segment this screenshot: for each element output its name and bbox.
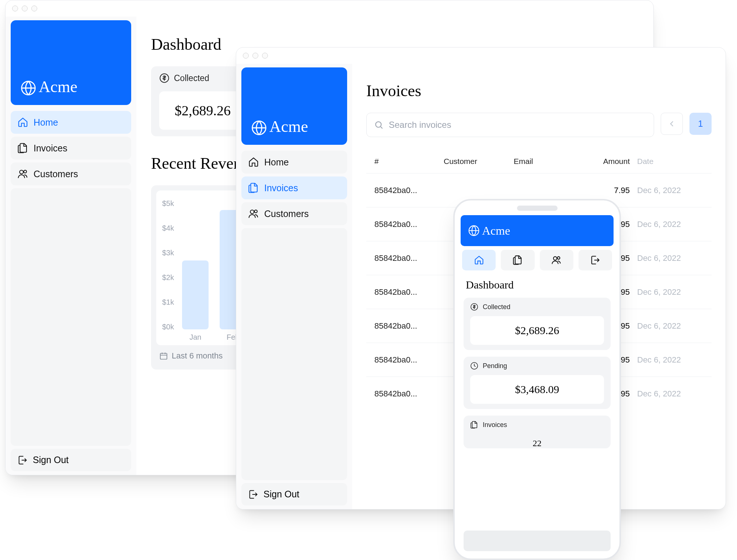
cell-id: 85842ba0... — [366, 321, 444, 331]
tab-signout[interactable] — [579, 250, 612, 270]
logout-icon — [248, 489, 258, 500]
invoices-label: Invoices — [483, 421, 507, 429]
cell-id: 85842ba0... — [366, 287, 444, 297]
th-id: # — [366, 150, 444, 173]
mobile-tabbar — [458, 250, 616, 270]
nav-invoices[interactable]: Invoices — [241, 176, 347, 199]
chart-bar: Jan — [182, 260, 209, 342]
clock-icon — [470, 362, 478, 370]
cell-id: 85842ba0... — [366, 389, 444, 399]
cell-date: Dec 6, 2022 — [637, 355, 700, 365]
collected-label: Collected — [483, 303, 510, 311]
dollar-icon — [159, 73, 170, 83]
pending-card: Pending $3,468.09 — [464, 357, 611, 409]
signout-label: Sign Out — [33, 455, 69, 465]
brand-logo[interactable]: Acme — [461, 215, 614, 246]
search-input[interactable]: Search invoices — [366, 113, 654, 137]
signout-label: Sign Out — [263, 489, 299, 500]
tab-customers[interactable] — [540, 250, 573, 270]
nav-customers-label: Customers — [34, 169, 78, 179]
signout-button[interactable]: Sign Out — [11, 449, 131, 471]
window-controls[interactable] — [236, 48, 726, 64]
cell-id: 85842ba0... — [366, 355, 444, 365]
document-icon — [248, 182, 259, 193]
cell-date: Dec 6, 2022 — [637, 321, 700, 331]
brand-name: Acme — [482, 224, 510, 238]
th-customer: Customer — [444, 150, 514, 173]
cell-date: Dec 6, 2022 — [637, 220, 700, 229]
tab-invoices[interactable] — [501, 250, 534, 270]
users-icon — [551, 255, 562, 265]
globe-icon — [251, 120, 267, 136]
home-icon — [17, 117, 28, 128]
pagination-prev[interactable] — [661, 113, 683, 135]
pagination-current[interactable]: 1 — [689, 113, 712, 135]
table-header: # Customer Email Amount Date — [366, 150, 712, 173]
home-icon — [474, 255, 484, 265]
document-icon — [17, 143, 28, 154]
cell-id: 85842ba0... — [366, 220, 444, 229]
sidebar: Acme Home Invoices Customers Sign Out — [236, 64, 352, 509]
brand-logo[interactable]: Acme — [241, 67, 347, 145]
collected-value: $2,689.26 — [159, 91, 246, 130]
collected-value: $2,689.26 — [470, 316, 604, 345]
chart-y-ticks: $5k$4k$3k$2k$1k$0k — [158, 198, 179, 342]
cell-amount: 7.95 — [576, 186, 637, 195]
pending-label: Pending — [483, 362, 507, 370]
window-controls[interactable] — [6, 0, 653, 17]
chevron-left-icon — [667, 119, 677, 129]
brand-name: Acme — [39, 77, 77, 96]
pagination-current-label: 1 — [698, 119, 703, 129]
cell-id: 85842ba0... — [366, 186, 444, 195]
nav-home-label: Home — [34, 117, 58, 128]
brand-logo[interactable]: Acme — [11, 20, 131, 105]
nav-customers[interactable]: Customers — [241, 202, 347, 225]
nav-invoices-label: Invoices — [34, 143, 67, 154]
cell-date: Dec 6, 2022 — [637, 389, 700, 399]
home-icon — [248, 157, 259, 168]
users-icon — [17, 168, 28, 179]
logout-icon — [590, 255, 600, 265]
phone-notch — [517, 206, 558, 211]
calendar-icon — [159, 351, 168, 360]
users-icon — [248, 208, 259, 219]
page-title: Dashboard — [466, 279, 608, 291]
th-date: Date — [637, 150, 700, 173]
pending-value: $3,468.09 — [470, 375, 604, 404]
search-placeholder: Search invoices — [389, 120, 451, 130]
nav-customers[interactable]: Customers — [11, 162, 131, 185]
nav-customers-label: Customers — [264, 209, 309, 219]
globe-icon — [20, 80, 36, 96]
invoices-card: Invoices 22 — [464, 416, 611, 448]
cell-date: Dec 6, 2022 — [637, 287, 700, 297]
th-amount: Amount — [576, 150, 637, 173]
nav-home[interactable]: Home — [11, 111, 131, 134]
logout-icon — [17, 455, 28, 465]
invoices-count: 22 — [470, 434, 604, 448]
th-email: Email — [514, 150, 576, 173]
dollar-icon — [470, 303, 478, 311]
nav-invoices-label: Invoices — [264, 183, 298, 193]
sidebar-spacer — [11, 188, 131, 446]
cell-id: 85842ba0... — [366, 253, 444, 263]
globe-icon — [468, 225, 480, 237]
page-title: Invoices — [366, 81, 712, 100]
chart-range: Last 6 months — [172, 351, 223, 361]
nav-home[interactable]: Home — [241, 151, 347, 174]
sidebar: Acme Home Invoices Customers Sign Out — [6, 17, 136, 475]
sidebar-spacer — [241, 228, 347, 480]
document-icon — [470, 421, 478, 429]
brand-name: Acme — [269, 117, 308, 136]
document-icon — [513, 255, 523, 265]
collected-card: Collected $2,689.26 — [464, 298, 611, 350]
tab-home[interactable] — [462, 250, 496, 270]
collected-label: Collected — [174, 73, 209, 83]
cell-date: Dec 6, 2022 — [637, 186, 700, 195]
search-icon — [374, 120, 384, 130]
nav-invoices[interactable]: Invoices — [11, 137, 131, 160]
revenue-chart: $5k$4k$3k$2k$1k$0k JanFeb — [156, 190, 245, 345]
cell-date: Dec 6, 2022 — [637, 253, 700, 263]
signout-button[interactable]: Sign Out — [241, 483, 347, 505]
nav-home-label: Home — [264, 157, 289, 168]
mobile-device: Acme Dashboard Collected $2,689.26 Pendi… — [453, 199, 621, 560]
